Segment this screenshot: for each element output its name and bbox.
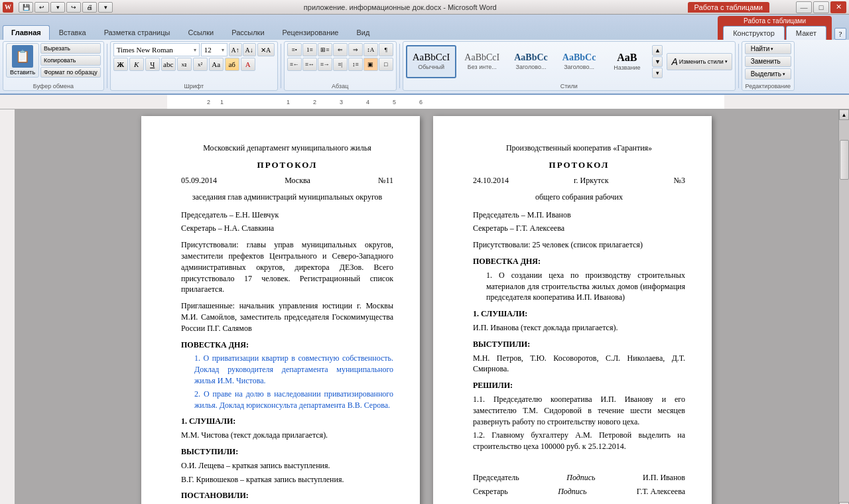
font-name-arrow: ▾ (194, 47, 196, 53)
doc1-org: Московский департамент муниципального жи… (181, 143, 393, 154)
quick-access-toolbar: 💾 ↩ ▾ ↪ 🖨 ▾ (19, 2, 113, 13)
increase-font-button[interactable]: A↑ (229, 43, 242, 56)
select-button[interactable]: Выделить▾ (745, 68, 791, 80)
justify-button[interactable]: ≡| (333, 58, 348, 71)
context-title: Работа с таблицами (688, 2, 769, 13)
print-button[interactable]: 🖨 (82, 2, 97, 13)
save-button[interactable]: 💾 (19, 2, 33, 13)
doc2-resolved2: 1.2. Главному бухгалтеру А.М. Петровой в… (473, 430, 685, 452)
font-name-dropdown[interactable]: Times New Roman ▾ (113, 43, 200, 56)
doc2-section1: 1. СЛУШАЛИ: (473, 308, 685, 320)
doc2-dateline: 24.10.2014 г. Иркутск №3 (473, 175, 685, 186)
scroll-up-button[interactable]: ▲ (839, 109, 849, 120)
doc2-org: Производственный кооператив «Гарантия» (473, 143, 685, 154)
font-label: Шрифт (111, 83, 277, 90)
app-icon: W (3, 2, 13, 13)
numbering-button[interactable]: 1≡ (302, 43, 317, 56)
doc2-date: 24.10.2014 (473, 175, 509, 186)
subscript-button[interactable]: x₂ (177, 58, 192, 71)
document-page-2: Производственный кооператив «Гарантия» П… (433, 116, 712, 504)
increase-indent-button[interactable]: ⇒ (348, 43, 363, 56)
doc2-secretary-role: Секретарь (473, 486, 508, 497)
doc1-section1: 1. СЛУШАЛИ: (181, 416, 393, 427)
replace-button[interactable]: Заменить (745, 56, 791, 67)
tab-layout[interactable]: Макет (786, 26, 826, 40)
doc2-present: Присутствовали: 25 человек (список прила… (473, 239, 685, 251)
format-copy-button[interactable]: Формат по образцу (40, 67, 101, 78)
doc2-chairman: Председатель – М.П. Иванов (473, 210, 685, 221)
doc1-agenda-title: ПОВЕСТКА ДНЯ: (181, 340, 393, 351)
clipboard-group: 📋 Вставить Вырезать Копировать Формат по… (3, 41, 104, 91)
decrease-indent-button[interactable]: ⇐ (333, 43, 348, 56)
svg-text:5: 5 (393, 99, 396, 105)
underline-button[interactable]: Ч (145, 58, 160, 71)
maximize-button[interactable]: □ (813, 1, 829, 13)
ribbon-help-button[interactable]: ? (834, 28, 846, 40)
style-heading2-button[interactable]: AaBbCc Заголово... (556, 45, 603, 78)
shading-button[interactable]: ▣ (363, 58, 378, 71)
scrollbar-track[interactable] (839, 120, 849, 502)
horizontal-ruler: 2 1 1 2 3 4 5 6 (34, 95, 849, 109)
doc2-listened1: И.П. Иванова (текст доклада прилагается)… (473, 322, 685, 334)
redo-button[interactable]: ↪ (66, 2, 81, 13)
decrease-font-button[interactable]: A↓ (243, 43, 256, 56)
bullets-button[interactable]: ≡• (287, 43, 302, 56)
multilevel-button[interactable]: ⊞≡ (318, 43, 332, 56)
styles-more[interactable]: ▾ (652, 68, 663, 78)
close-button[interactable]: ✕ (830, 1, 846, 13)
document-scroll-area[interactable]: Московский департамент муниципального жи… (15, 109, 838, 504)
doc2-city: г. Иркутск (574, 175, 608, 186)
style-normal-button[interactable]: AaBbCcI Обычный (406, 45, 457, 78)
font-group: Times New Roman ▾ 12 ▾ A↑ A↓ ✕A Ж К (110, 41, 278, 91)
tab-page-layout[interactable]: Разметка страницы (96, 25, 179, 40)
vertical-ruler (0, 109, 15, 504)
sort-button[interactable]: ↕A (363, 43, 378, 56)
font-size-dropdown[interactable]: 12 ▾ (201, 43, 228, 56)
tab-view[interactable]: Вид (348, 25, 379, 40)
tab-constructor[interactable]: Конструктор (723, 26, 785, 40)
tab-home[interactable]: Главная (3, 25, 50, 40)
styles-scroll-up[interactable]: ▲ (652, 45, 663, 56)
find-button[interactable]: Найти▾ (745, 43, 791, 54)
cut-button[interactable]: Вырезать (40, 43, 101, 54)
paste-button[interactable]: 📋 Вставить (6, 43, 39, 78)
minimize-button[interactable]: — (796, 1, 812, 13)
undo-button[interactable]: ↩ (34, 2, 49, 13)
svg-text:1: 1 (287, 99, 290, 105)
qa-dropdown[interactable]: ▾ (98, 2, 113, 13)
doc1-invited: Приглашенные: начальник управления юстиц… (181, 300, 393, 334)
strikethrough-button[interactable]: abc (161, 58, 176, 71)
align-center-button[interactable]: ≡↔ (302, 58, 317, 71)
superscript-button[interactable]: x² (193, 58, 208, 71)
title-bar: W 💾 ↩ ▾ ↪ 🖨 ▾ приложение. информационные… (0, 0, 849, 15)
italic-button[interactable]: К (129, 58, 144, 71)
styles-scroll-down[interactable]: ▼ (652, 56, 663, 67)
scrollbar-thumb[interactable] (840, 140, 849, 180)
bold-button[interactable]: Ж (113, 58, 128, 71)
svg-rect-11 (0, 109, 15, 504)
line-spacing-button[interactable]: ↕≡ (348, 58, 363, 71)
tab-mailings[interactable]: Рассылки (223, 25, 273, 40)
border-button[interactable]: □ (379, 58, 393, 71)
doc2-chairman-role: Председатель (473, 472, 519, 483)
tab-insert[interactable]: Вставка (50, 25, 95, 40)
tab-references[interactable]: Ссылки (179, 25, 222, 40)
undo-dropdown[interactable]: ▾ (50, 2, 65, 13)
doc2-spoke1: М.Н. Петров, Т.Ю. Косоворотов, С.Л. Нико… (473, 353, 685, 375)
doc2-title: ПРОТОКОЛ (473, 159, 685, 171)
style-heading1-button[interactable]: AaBbCc Заголово... (507, 45, 555, 78)
highlight-button[interactable]: аб (225, 58, 239, 71)
show-marks-button[interactable]: ¶ (379, 43, 393, 56)
clear-format-button[interactable]: ✕A (257, 43, 275, 56)
copy-button[interactable]: Копировать (40, 55, 101, 66)
change-case-button[interactable]: Аа (209, 58, 224, 71)
font-color-button[interactable]: А (241, 58, 255, 71)
style-title-button[interactable]: АаВ Название (604, 45, 650, 78)
tab-review[interactable]: Рецензирование (274, 25, 348, 40)
align-right-button[interactable]: ≡→ (318, 58, 332, 71)
style-nointent-button[interactable]: AaBbCcI Без инте... (458, 45, 506, 78)
doc2-secretary-sign: Секретарь Подпись Г.Т. Алексеева (473, 486, 685, 497)
change-styles-button[interactable]: A Изменить стили ▾ (667, 53, 732, 70)
align-left-button[interactable]: ≡← (287, 58, 302, 71)
doc1-present: Присутствовали: главы управ муниципальны… (181, 239, 393, 295)
